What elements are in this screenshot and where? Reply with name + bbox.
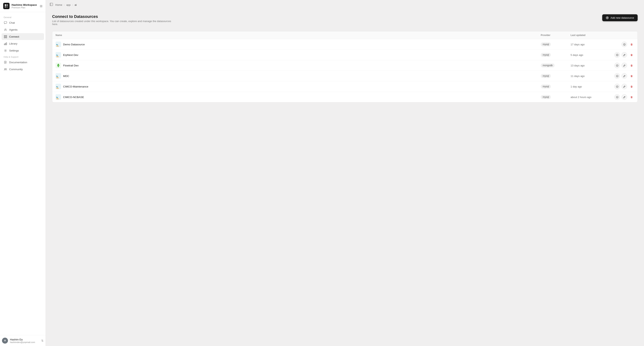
row-actions (610, 73, 634, 79)
user-name: Hashim Ea (10, 338, 35, 341)
datasource-table: Name Provider Last updated My SQL Demo D… (52, 31, 638, 102)
view-button[interactable] (614, 52, 620, 58)
sidebar-item-settings[interactable]: Settings (2, 47, 44, 54)
ds-icon-mysql: My SQL (56, 84, 61, 89)
view-button[interactable] (614, 84, 620, 89)
delete-button[interactable] (629, 94, 634, 100)
svg-rect-8 (4, 37, 5, 38)
breadcrumb-app[interactable]: app (66, 3, 71, 6)
view-button[interactable] (622, 41, 627, 47)
view-button[interactable] (614, 63, 620, 68)
breadcrumb-home[interactable]: Home (55, 3, 62, 6)
brand: Hashims Workspace Premium Plan (3, 3, 37, 9)
ds-name: Demo Datasource (63, 43, 85, 46)
topbar-sidebar-toggle[interactable] (50, 3, 53, 7)
svg-point-16 (6, 68, 6, 69)
brand-text: Hashims Workspace Premium Plan (12, 3, 37, 9)
ds-provider: mysql (541, 84, 570, 88)
provider-badge: mysql (541, 74, 551, 78)
connect-icon (4, 35, 7, 38)
row-actions (610, 52, 634, 58)
topbar: Home › app › ai (46, 0, 644, 9)
user-details: Hashim Ea hashimdev@yopmail.com (10, 338, 35, 344)
ds-icon-mysql: My SQL (56, 94, 61, 100)
edit-button[interactable] (622, 84, 627, 89)
library-label: Library (9, 42, 17, 45)
ds-name: CIMCO-NCBASE (63, 96, 84, 99)
provider-badge: mysql (541, 84, 551, 88)
ds-icon-mysql: My SQL (56, 73, 61, 79)
row-actions (610, 41, 634, 47)
last-updated: 11 days ago (570, 74, 610, 77)
delete-button[interactable] (629, 52, 634, 58)
sidebar-nav: General Chat Agents (0, 12, 46, 335)
add-datasource-button[interactable]: Add new datasource (602, 14, 638, 21)
ds-provider: mysql (541, 95, 570, 99)
delete-button[interactable] (629, 84, 634, 89)
delete-button[interactable] (629, 63, 634, 68)
ds-name: ErpNext Dev (63, 53, 78, 56)
sidebar-item-library[interactable]: Library (2, 40, 44, 47)
edit-button[interactable] (622, 52, 627, 58)
table-row: My SQL CIMCO-NCBASE mysql about 2 hours … (52, 92, 638, 102)
svg-rect-17 (50, 3, 53, 6)
sidebar-footer: H Hashim Ea hashimdev@yopmail.com ⇅ (0, 335, 46, 346)
edit-button[interactable] (622, 94, 627, 100)
table-header: Name Provider Last updated (52, 31, 638, 39)
table-row: My SQL Demo Datasource mysql 17 days ago (52, 39, 638, 50)
svg-point-13 (5, 50, 6, 51)
provider-badge: mysql (541, 42, 551, 46)
provider-badge: mongodb (541, 63, 555, 67)
ds-provider: mysql (541, 74, 570, 78)
provider-badge: mysql (541, 95, 551, 99)
row-actions (610, 63, 634, 68)
connect-label: Connect (9, 35, 19, 38)
svg-text:SQL: SQL (56, 98, 59, 100)
svg-text:SQL: SQL (56, 45, 59, 47)
edit-button[interactable] (622, 73, 627, 79)
table-row: My SQL MDC mysql 11 days ago (52, 71, 638, 81)
page-subtitle: List of datasources created under this w… (52, 20, 172, 26)
edit-button[interactable] (622, 63, 627, 68)
delete-button[interactable] (629, 41, 634, 47)
sidebar-collapse-icon[interactable]: ⊞ (40, 4, 42, 8)
svg-rect-6 (4, 35, 5, 36)
svg-rect-10 (4, 44, 5, 45)
sidebar-item-connect[interactable]: Connect (2, 33, 44, 40)
community-label: Community (9, 68, 23, 71)
svg-rect-4 (4, 21, 7, 23)
ds-icon-mysql: My SQL (56, 52, 61, 58)
view-button[interactable] (614, 94, 620, 100)
row-actions (610, 94, 634, 100)
page-title-block: Connect to Datasources List of datasourc… (52, 14, 172, 26)
add-button-label: Add new datasource (610, 16, 634, 19)
sidebar-item-community[interactable]: Community (2, 66, 44, 73)
agents-label: Agents (9, 28, 18, 31)
row-actions (610, 84, 634, 89)
user-email: hashimdev@yopmail.com (10, 341, 35, 344)
table-row: Flowtrail Dev mongodb 13 days ago (52, 60, 638, 71)
ds-name: CIMCO-Maintenance (63, 85, 88, 88)
chat-icon (4, 21, 7, 24)
sidebar-item-agents[interactable]: Agents (2, 26, 44, 33)
breadcrumb-sep-2: › (72, 3, 73, 6)
sidebar-item-documentation[interactable]: Documentation (2, 59, 44, 66)
ds-name-cell: My SQL MDC (56, 73, 541, 79)
chat-label: Chat (9, 21, 15, 24)
ds-name: MDC (63, 74, 69, 77)
user-expand-icon[interactable]: ⇅ (41, 339, 44, 342)
view-button[interactable] (614, 73, 620, 79)
settings-label: Settings (9, 49, 19, 52)
svg-point-25 (624, 44, 625, 45)
ds-name-cell: Flowtrail Dev (56, 63, 541, 68)
ds-provider: mysql (541, 53, 570, 57)
ds-name: Flowtrail Dev (63, 64, 78, 67)
svg-text:SQL: SQL (56, 77, 59, 78)
delete-button[interactable] (629, 73, 634, 79)
sidebar-item-chat[interactable]: Chat (2, 19, 44, 26)
brand-logo (3, 3, 10, 9)
user-info[interactable]: H Hashim Ea hashimdev@yopmail.com (2, 338, 35, 344)
settings-icon (4, 49, 7, 52)
svg-text:SQL: SQL (56, 87, 59, 89)
community-icon (4, 67, 7, 71)
